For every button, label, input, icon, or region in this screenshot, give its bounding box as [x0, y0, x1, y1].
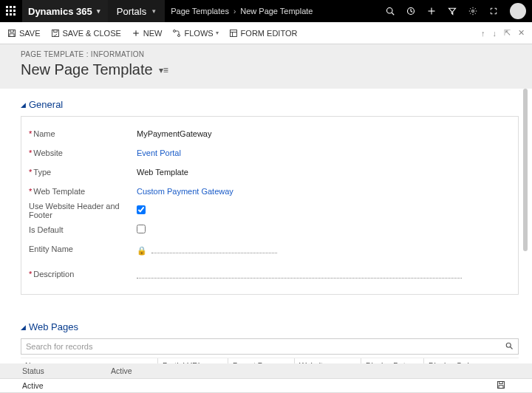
svg-rect-7: [10, 13, 12, 16]
chevron-down-icon: ▾: [97, 7, 100, 15]
add-icon[interactable]: [421, 0, 442, 22]
global-nav: Dynamics 365 ▾ Portals ▾ Page Templates …: [0, 0, 532, 22]
svg-line-29: [511, 347, 513, 349]
area-switcher[interactable]: Portals ▾: [108, 0, 165, 22]
webtemplate-lookup[interactable]: Custom Payment Gateway: [137, 187, 233, 196]
popout-icon[interactable]: ⇱: [504, 28, 511, 38]
save-close-icon: [51, 29, 60, 38]
usehf-label: Use Website Header and Footer: [29, 202, 137, 219]
entity-label: PAGE TEMPLATE : INFORMATION: [21, 50, 511, 58]
section-general[interactable]: ◢ General: [21, 99, 519, 110]
isdefault-label: Is Default: [29, 225, 63, 234]
search-icon[interactable]: [505, 341, 514, 352]
chevron-down-icon: ▾: [216, 30, 219, 36]
collapse-icon: ◢: [21, 101, 26, 109]
svg-point-23: [174, 30, 176, 32]
svg-rect-8: [13, 13, 16, 16]
svg-rect-3: [6, 10, 8, 12]
settings-icon[interactable]: [463, 0, 483, 22]
svg-marker-14: [449, 8, 456, 14]
collapse-icon: ◢: [21, 324, 26, 331]
save-close-button[interactable]: SAVE & CLOSE: [51, 29, 121, 38]
svg-rect-2: [13, 6, 16, 8]
name-label: Name: [33, 129, 55, 138]
new-button[interactable]: NEW: [132, 29, 163, 38]
filter-icon[interactable]: [442, 0, 463, 22]
form-header: PAGE TEMPLATE : INFORMATION New Page Tem…: [0, 44, 532, 89]
form-editor-label: FORM EDITOR: [241, 29, 298, 38]
svg-rect-0: [6, 6, 8, 8]
app-launcher-icon[interactable]: [0, 0, 22, 22]
save-label: SAVE: [19, 29, 41, 38]
webtemplate-label: Web Template: [33, 187, 85, 196]
form-body: ◢ General *Name MyPaymentGateway *Websit…: [0, 89, 532, 393]
is-default-checkbox[interactable]: [137, 225, 146, 233]
nav-up-icon[interactable]: ↑: [481, 29, 485, 38]
description-field[interactable]: [137, 268, 462, 278]
footer-save-icon[interactable]: [497, 380, 505, 391]
global-actions: [380, 0, 532, 22]
svg-rect-6: [6, 13, 8, 16]
grid-search[interactable]: Search for records: [21, 338, 519, 355]
flows-label: FLOWS: [184, 29, 213, 38]
lock-icon: 🔒: [137, 246, 147, 255]
save-button[interactable]: SAVE: [7, 29, 41, 38]
svg-rect-4: [10, 10, 12, 12]
svg-rect-25: [230, 30, 236, 36]
form-selector-icon[interactable]: ▾≡: [159, 65, 168, 75]
command-bar: SAVE SAVE & CLOSE NEW FLOWS ▾ FORM EDITO…: [0, 22, 532, 44]
new-label: NEW: [143, 29, 163, 38]
general-section-box: *Name MyPaymentGateway *Website Event Po…: [21, 116, 519, 295]
svg-rect-1: [10, 6, 12, 8]
breadcrumb-current: New Page Template: [240, 7, 313, 16]
use-header-footer-checkbox[interactable]: [137, 205, 146, 214]
section-web-pages[interactable]: ◢ Web Pages: [21, 321, 519, 332]
name-field[interactable]: MyPaymentGateway: [137, 129, 211, 138]
save-icon: [7, 29, 16, 38]
status-active: Active: [22, 381, 44, 390]
website-label: Website: [33, 148, 63, 157]
breadcrumb: Page Templates › New Page Template: [165, 7, 318, 16]
form-editor-button[interactable]: FORM EDITOR: [229, 29, 298, 38]
scrollbar[interactable]: [522, 89, 529, 393]
svg-line-10: [392, 13, 394, 15]
close-icon[interactable]: ✕: [518, 28, 525, 38]
flows-button[interactable]: FLOWS ▾: [172, 29, 218, 38]
status-label: Status: [22, 366, 111, 375]
area-label: Portals: [117, 6, 146, 17]
svg-rect-5: [13, 10, 16, 12]
svg-point-9: [387, 8, 393, 14]
entity-name-field[interactable]: [151, 243, 277, 253]
type-label: Type: [33, 168, 51, 177]
plus-icon: [132, 29, 140, 38]
svg-rect-31: [499, 382, 503, 384]
page-title: New Page Template ▾≡: [21, 61, 511, 78]
status-value: Active: [111, 366, 132, 375]
form-icon: [229, 29, 238, 38]
svg-point-24: [178, 34, 180, 36]
svg-rect-17: [10, 30, 14, 32]
svg-rect-32: [499, 386, 503, 389]
entity-name-label: Entity Name: [29, 245, 73, 253]
svg-point-28: [506, 343, 511, 347]
save-close-label: SAVE & CLOSE: [63, 29, 121, 38]
help-icon[interactable]: [483, 0, 504, 22]
svg-point-15: [472, 10, 474, 13]
brand-label: Dynamics 365: [28, 6, 92, 17]
flow-icon: [172, 29, 181, 38]
footer: Status Active Active: [0, 363, 532, 393]
recent-icon[interactable]: [400, 0, 421, 22]
website-lookup[interactable]: Event Portal: [137, 148, 181, 157]
breadcrumb-parent[interactable]: Page Templates: [171, 7, 229, 16]
description-label: Description: [33, 270, 74, 278]
search-icon[interactable]: [380, 0, 400, 22]
svg-rect-20: [53, 30, 57, 32]
brand-switcher[interactable]: Dynamics 365 ▾: [22, 0, 108, 22]
nav-down-icon[interactable]: ↓: [493, 29, 497, 38]
type-field[interactable]: Web Template: [137, 168, 188, 177]
svg-rect-18: [10, 33, 14, 36]
search-placeholder: Search for records: [26, 342, 92, 351]
avatar[interactable]: [510, 3, 526, 19]
chevron-down-icon: ▾: [152, 7, 156, 15]
chevron-right-icon: ›: [233, 7, 236, 16]
